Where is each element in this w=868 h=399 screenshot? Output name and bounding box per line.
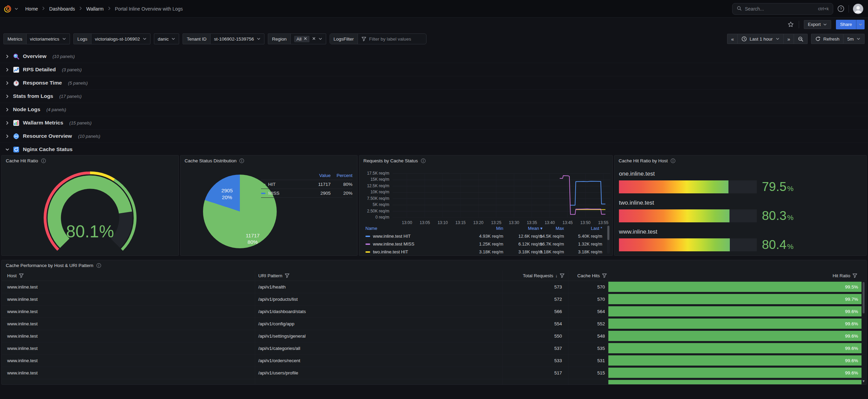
table-row[interactable]: www.inline.test/api/v1/products/list5725… [2, 293, 866, 306]
variable-region[interactable]: RegionAll [268, 33, 326, 44]
column-header-uri-pattern[interactable]: URI Pattern [258, 270, 290, 281]
variable-logs[interactable]: Logsvictorialogs-st-106902 [73, 33, 150, 44]
table-row[interactable]: www.inline.test/api/v1/health57357099.5% [2, 281, 866, 293]
variable-tenant-id[interactable]: Tenant IDst-106902-1539756 [183, 33, 264, 44]
column-header-hit-ratio[interactable]: Hit Ratio [833, 270, 857, 281]
info-icon [670, 158, 676, 163]
table-row[interactable]: www.inline.test/api/v1/settings/general5… [2, 330, 866, 342]
refresh-interval-picker[interactable]: 5m [843, 34, 865, 44]
search-input[interactable]: Search... ctrl+k [732, 3, 833, 15]
legend-percent-header[interactable]: Percent [331, 173, 352, 178]
table-row[interactable]: www.inline.test/api/v1/config/app5545529… [2, 318, 866, 330]
bar-gauge-track [619, 209, 757, 222]
dashboard-row-rps-detailed[interactable]: RPS Detailed(3 panels) [0, 63, 868, 76]
cell-total-requests: 533 [554, 355, 562, 367]
user-avatar[interactable] [853, 4, 863, 14]
row-title: RPS Detailed [23, 66, 56, 73]
variable-value[interactable]: victoriametrics [27, 34, 70, 44]
filter-funnel-icon[interactable] [19, 273, 24, 278]
filter-funnel-icon[interactable] [560, 273, 565, 278]
legend-stat-header[interactable]: Mean ▾ [528, 226, 542, 231]
scrollbar-thumb[interactable] [607, 226, 609, 240]
dashboard-row-node-logs[interactable]: Node Logs(4 panels) [0, 103, 868, 116]
time-shift-forward-button[interactable]: » [784, 34, 794, 44]
filter-funnel-icon[interactable] [285, 273, 290, 278]
table-row[interactable]: www.inline.test/api/v1/orders/recent5335… [2, 355, 866, 367]
panel-title[interactable]: Cache Performance by Host & URI Pattern [6, 263, 93, 268]
legend-series-name[interactable]: HIT [261, 182, 305, 187]
remove-option-icon[interactable] [304, 37, 307, 41]
legend-series-name[interactable]: two.inline.test HIT [373, 249, 408, 254]
dashboard-row-wallarm-metrics[interactable]: Wallarm Metrics(15 panels) [0, 116, 868, 130]
column-header-host[interactable]: Host [7, 270, 24, 281]
variable-value[interactable]: victorialogs-st-106902 [91, 34, 150, 44]
panel-title[interactable]: Requests by Cache Status [363, 158, 418, 163]
dashboard-row-response-time[interactable]: Response Time(5 panels) [0, 76, 868, 90]
panel-requests-by-cache-status: Requests by Cache Status 0 req/m2.50K re… [359, 155, 613, 256]
y-axis-tick-label: 10K req/m [359, 190, 389, 194]
column-header-total-requests[interactable]: Total Requests↓ [523, 270, 565, 281]
legend-stat-header[interactable]: Max [555, 226, 564, 231]
panel-title[interactable]: Cache Hit Ratio by Host [619, 158, 668, 163]
cell-hit-ratio-bar: 99.7% [608, 294, 862, 304]
help-icon[interactable]: ? [837, 5, 844, 12]
column-header-cache-hits[interactable]: Cache Hits [577, 270, 607, 281]
breadcrumb-item: Portal Inline Overview with Logs [115, 6, 183, 12]
variable-value[interactable]: st-106902-1539756 [211, 34, 264, 44]
table-row[interactable]: www.inline.test/api/v1/categories/all537… [2, 342, 866, 355]
clear-all-icon[interactable] [312, 37, 316, 41]
zoom-out-button[interactable] [794, 34, 808, 44]
filter-funnel-icon[interactable] [602, 273, 607, 278]
selected-option-chip[interactable]: All [294, 36, 309, 42]
dashboard-row-resource-overview[interactable]: Resource Overview(10 panels) [0, 130, 868, 143]
legend-value-header[interactable]: Value [305, 173, 331, 178]
cell-hit-ratio-bar [608, 380, 862, 384]
legend-stat-header[interactable]: Min [496, 226, 503, 231]
star-icon[interactable] [787, 21, 794, 28]
divider [799, 21, 799, 28]
row-title: Resource Overview [23, 133, 72, 139]
legend-swatch [365, 236, 370, 237]
variable-logsfilter[interactable]: LogsFilterFilter by label values [330, 33, 426, 44]
breadcrumb-item[interactable]: Wallarm [86, 6, 104, 12]
breadcrumb-item[interactable]: Dashboards [49, 6, 75, 12]
table-scrollbar[interactable] [862, 282, 865, 371]
panel-title[interactable]: Cache Status Distribution [185, 158, 236, 163]
dashboard-row-overview[interactable]: Overview(10 panels) [0, 50, 868, 63]
legend-scrollbar[interactable] [607, 225, 610, 254]
breadcrumb-item[interactable]: Home [25, 6, 38, 12]
variable-danic[interactable]: danic [154, 33, 179, 44]
share-button[interactable]: Share [836, 20, 865, 29]
legend-series-name[interactable]: www.inline.test HIT [373, 234, 411, 239]
refresh-button[interactable]: Refresh [811, 34, 843, 44]
cell-cache-hits: 570 [597, 281, 605, 293]
legend-series-name[interactable]: www.inline.test MISS [373, 241, 414, 247]
panel-cache-hit-ratio-by-host: Cache Hit Ratio by Host one.inline.test7… [614, 155, 867, 256]
legend-series-name[interactable]: MISS [261, 191, 305, 196]
legend-series-row: www.inline.test HIT4.93K req/m12.6K req/… [363, 232, 605, 240]
variable-value[interactable]: danic [154, 34, 179, 44]
export-button[interactable]: Export [804, 20, 831, 29]
table-row[interactable]: www.inline.test/api/v1/dashboard/stats56… [2, 306, 866, 318]
legend-last-value: 3.18K req/m [578, 249, 602, 254]
legend-series-row: two.inline.test HIT3.18K req/m3.18K req/… [363, 248, 605, 255]
panel-title[interactable]: Cache Hit Ratio [6, 158, 38, 163]
time-shift-back-button[interactable]: « [727, 34, 738, 44]
chevron-down-icon [257, 37, 261, 41]
variable-value[interactable]: Filter by label values [358, 34, 426, 44]
filter-funnel-icon[interactable] [852, 273, 857, 278]
chevron-down-icon[interactable] [14, 7, 18, 11]
dashboard-row-nginx-cache-status[interactable]: Nginx Cache Status [0, 143, 868, 156]
legend-name-header[interactable]: Name [365, 226, 377, 231]
table-row[interactable]: www.inline.test/api/v1/users/profile5175… [2, 367, 866, 379]
grafana-logo-icon[interactable] [3, 5, 12, 13]
scroll-down-arrow-icon[interactable]: ▼ [862, 379, 865, 383]
share-menu-chevron[interactable] [856, 20, 865, 29]
refresh-group: Refresh5m [811, 34, 865, 44]
time-range-picker[interactable]: Last 1 hour [738, 34, 784, 44]
cell-total-requests: 554 [554, 318, 562, 330]
variable-value[interactable]: All [291, 34, 326, 44]
dashboard-row-stats-from-logs[interactable]: Stats from Logs(17 panels) [0, 90, 868, 103]
legend-stat-header[interactable]: Last * [591, 226, 602, 231]
variable-metrics[interactable]: Metricsvictoriametrics [3, 33, 70, 44]
